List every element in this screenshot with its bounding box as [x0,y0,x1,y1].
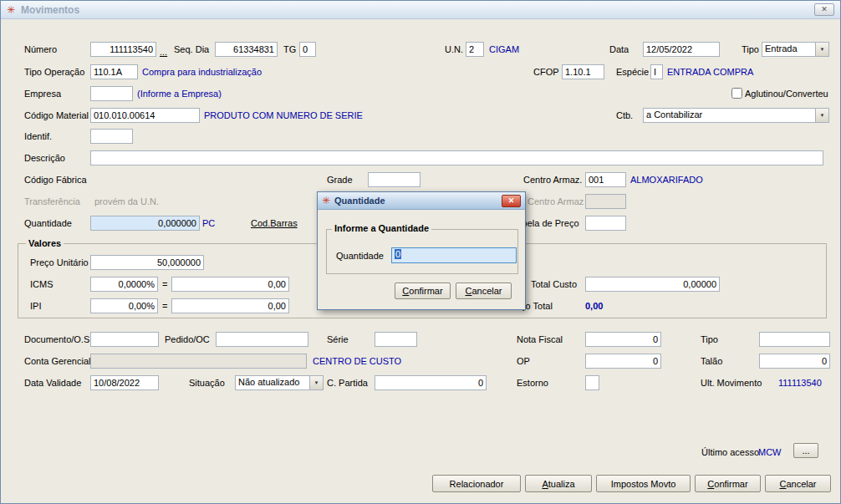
dialog-group-label: Informe a Quantidade [332,223,431,233]
pedido-input[interactable] [216,332,308,347]
op-input[interactable] [585,354,661,369]
icms-value-input[interactable] [171,277,289,292]
especie-input[interactable] [650,64,663,79]
tipo2-label: Tipo [701,334,718,344]
ultimo-acesso-label: Último acesso [701,447,759,457]
dialog-quantidade-value: 0 [395,249,401,259]
centro-armaz-label: Centro Armaz. [523,175,582,185]
valores-group-label: Valores [26,238,64,248]
ipi-value-input[interactable] [171,298,289,313]
icms-equals: = [162,279,167,289]
pedido-label: Pedido/OC [165,334,210,344]
ipi-label: IPI [30,301,41,311]
tipo-operacao-description: Compra para industrialização [142,67,262,77]
data-validade-input[interactable] [90,375,159,390]
grade-input[interactable] [368,172,420,187]
situacao-select-value: Não atualizado [236,376,309,389]
talao-input[interactable] [759,354,830,369]
c-partida-input[interactable] [375,375,487,390]
quantidade-unit: PC [202,218,215,228]
window-title: Movimentos [21,4,79,16]
ipi-equals: = [162,301,167,311]
conta-gerencial-input [90,354,307,369]
app-icon: ✳ [322,196,330,206]
nota-fiscal-input[interactable] [585,332,661,347]
chevron-down-icon[interactable]: ▼ [815,43,828,56]
nota-fiscal-label: Nota Fiscal [517,334,563,344]
transferencia-label: Transferência [24,196,80,206]
impostos-movto-button[interactable]: Impostos Movto [596,475,691,492]
ult-movimento-value: 111113540 [778,378,822,388]
quantidade-dialog: ✳ Quantidade ✕ Informe a Quantidade Quan… [317,191,526,310]
codigo-material-label: Código Material [24,110,89,120]
data-validade-label: Data Validade [24,378,81,388]
descricao-input[interactable] [90,150,823,165]
cancelar-button[interactable]: Cancelar [765,475,831,492]
dialog-close-button[interactable]: ✕ [502,195,521,207]
dialog-confirmar-button[interactable]: Confirmar [395,283,451,299]
documento-input[interactable] [90,332,159,347]
tipo2-input[interactable] [759,332,830,347]
atualiza-button[interactable]: Atualiza [525,475,592,492]
preco-unitario-label: Preço Unitário [30,257,89,267]
icms-pct-input[interactable] [90,277,158,292]
total-custo-input[interactable] [585,277,720,292]
quantidade-label: Quantidade [24,218,72,228]
data-label: Data [609,44,629,54]
chevron-down-icon[interactable]: ▼ [309,376,323,389]
situacao-select[interactable]: Não atualizado ▼ [235,375,324,390]
codigo-material-input[interactable] [90,108,200,123]
cod-barras-link[interactable]: Cod.Barras [251,218,298,228]
estorno-input[interactable] [585,375,599,390]
data-input[interactable] [643,42,720,57]
dialog-quantidade-label: Quantidade [336,251,384,261]
codigo-material-description: PRODUTO COM NUMERO DE SERIE [204,110,363,120]
identif-label: Identif. [24,131,52,141]
empresa-hint: (Informe a Empresa) [137,89,222,99]
situacao-label: Situação [189,378,225,388]
quantidade-input[interactable] [90,216,200,231]
tg-input[interactable] [299,42,316,57]
preco-unitario-input[interactable] [90,255,204,270]
window-titlebar: ✳ Movimentos ✕ [1,1,840,19]
un-input[interactable] [466,42,484,57]
seq-dia-input[interactable] [215,42,278,57]
ctb-label: Ctb. [616,110,633,120]
ipi-pct-input[interactable] [90,298,158,313]
movimentos-window: ✳ Movimentos ✕ Número ... Seq. Dia TG U.… [0,0,841,504]
aglutinou-checkbox[interactable] [731,88,742,99]
dialog-cancelar-button[interactable]: Cancelar [456,283,512,299]
tipo-operacao-input[interactable] [90,64,138,79]
ctb-select-value: a Contabilizar [644,109,815,122]
seq-dia-label: Seq. Dia [174,44,209,54]
centro-armaz-input[interactable] [585,172,626,187]
tipo-select[interactable]: Entrada ▼ [762,42,829,57]
confirmar-button[interactable]: Confirmar [695,475,761,492]
relacionador-button[interactable]: Relacionador [432,475,521,492]
identif-input[interactable] [90,129,133,144]
icms-label: ICMS [30,279,54,289]
dialog-title: Quantidade [334,196,502,206]
cfop-input[interactable] [562,64,604,79]
preco-total-value: 0,00 [585,301,603,311]
transferencia-description: provém da U.N. [94,196,159,206]
estorno-label: Estorno [517,378,548,388]
tabela-preco-input[interactable] [585,216,626,231]
cfop-label: CFOP [533,67,559,77]
documento-label: Documento/O.S [24,334,89,344]
numero-lookup-button[interactable]: ... [160,47,167,57]
tipo-label: Tipo [742,44,759,54]
ctb-select[interactable]: a Contabilizar ▼ [643,108,829,123]
especie-description: ENTRADA COMPRA [667,67,753,77]
talao-label: Talão [701,356,722,366]
empresa-input[interactable] [90,86,133,101]
numero-input[interactable] [90,42,156,57]
window-close-button[interactable]: ✕ [814,3,834,16]
conta-gerencial-description: CENTRO DE CUSTO [313,356,401,366]
serie-input[interactable] [375,332,417,347]
dialog-quantidade-input[interactable]: 0 [391,247,517,263]
especie-label: Espécie [616,67,649,77]
codigo-fabrica-label: Código Fábrica [24,175,87,185]
ultimo-acesso-more-button[interactable]: ... [793,443,818,458]
chevron-down-icon[interactable]: ▼ [815,109,828,122]
